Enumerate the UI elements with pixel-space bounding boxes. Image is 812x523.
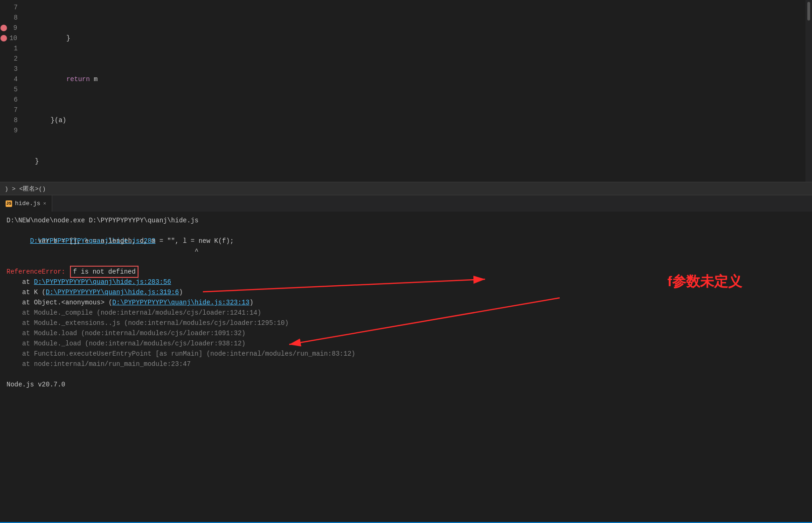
line-gutter: 7 8 9 10 1 2 3	[0, 0, 33, 182]
terminal-line-at9: at node:internal/main/run_main_module:23…	[7, 359, 805, 369]
gutter-line-2: 2	[0, 54, 33, 64]
annotation-container: f参数未定义	[667, 272, 742, 291]
gutter-line-10: 10	[0, 33, 33, 43]
stack-link-3[interactable]: D:\PYPYPYPYYPY\quanj\hide.js:323:13	[112, 299, 250, 306]
terminal-container: D:\NEW\node\node.exe D:\PYPYPYPYYPY\quan…	[0, 212, 812, 522]
terminal-line-blank2	[7, 369, 805, 379]
gutter-line-3: 3	[0, 64, 33, 74]
terminal-line-nodejs-version: Node.js v20.7.0	[7, 379, 805, 390]
error-message-highlight: f is not defined	[70, 266, 138, 278]
gutter-line-4: 4	[0, 74, 33, 84]
gutter-line-8b: 8	[0, 115, 33, 125]
editor-area: 7 8 9 10 1 2 3	[0, 0, 812, 182]
stack-link-2[interactable]: D:\PYPYPYPYYPY\quanj\hide.js:319:6	[46, 289, 179, 296]
line-num: 7	[7, 4, 21, 11]
scrollbar-thumb[interactable]	[807, 2, 810, 21]
gutter-line-6: 6	[0, 95, 33, 105]
code-line-10: }	[33, 156, 805, 166]
stack-link-1[interactable]: D:\PYPYPYPYYPY\quanj\hide.js:283:56	[34, 278, 171, 286]
gutter-line-9: 9	[0, 23, 33, 33]
terminal-line-at6: at Module.load (node:internal/modules/cj…	[7, 328, 805, 338]
terminal-line-at4: at Module._compile (node:internal/module…	[7, 308, 805, 318]
gutter-line-7b: 7	[0, 105, 33, 115]
terminal-line-filepath[interactable]: D:\PYPYPYPYYPY\quanj\hide.js:283	[7, 226, 805, 236]
code-lines: } return m }(a) } console.log(K( a: '1')…	[33, 0, 805, 182]
breakpoint-marker[interactable]	[0, 25, 7, 31]
editor-scrollbar[interactable]	[805, 0, 812, 182]
terminal-output: D:\NEW\node\node.exe D:\PYPYPYPYYPY\quan…	[0, 212, 812, 393]
gutter-line-1: 1	[0, 43, 33, 54]
line-num: 10	[7, 34, 20, 42]
breakpoint-marker[interactable]	[0, 35, 7, 41]
annotation-text: f参数未定义	[667, 274, 742, 289]
gutter-line-9b: 9	[0, 125, 33, 136]
line-num: 8	[7, 14, 21, 21]
terminal-line-command: D:\NEW\node\node.exe D:\PYPYPYPYYPY\quan…	[7, 215, 805, 226]
code-line-7: }	[33, 33, 805, 43]
terminal-line-at8: at Function.executeUserEntryPoint [as ru…	[7, 349, 805, 359]
gutter-line-8: 8	[0, 13, 33, 23]
code-line-9: }(a)	[33, 115, 805, 125]
reference-error-label: ReferenceError:	[7, 267, 69, 277]
terminal-line-at7: at Module._load (node:internal/modules/c…	[7, 338, 805, 349]
gutter-line-5: 5	[0, 84, 33, 95]
code-line-8: return m	[33, 74, 805, 84]
terminal-line-at5: at Module._extensions..js (node:internal…	[7, 318, 805, 328]
terminal-line-at3: at Object.<anonymous> (D:\PYPYPYPYYPY\qu…	[7, 297, 805, 308]
line-num: 9	[7, 24, 20, 32]
code-line-blank1	[33, 197, 805, 207]
tab-file-icon: JS	[6, 200, 12, 207]
terminal-line-code: var b = [], e = a.length, d, m = "", l =…	[7, 236, 805, 246]
terminal-line-caret: ^	[7, 246, 805, 256]
terminal-line-blank1	[7, 256, 805, 267]
gutter-line-7: 7	[0, 2, 33, 13]
